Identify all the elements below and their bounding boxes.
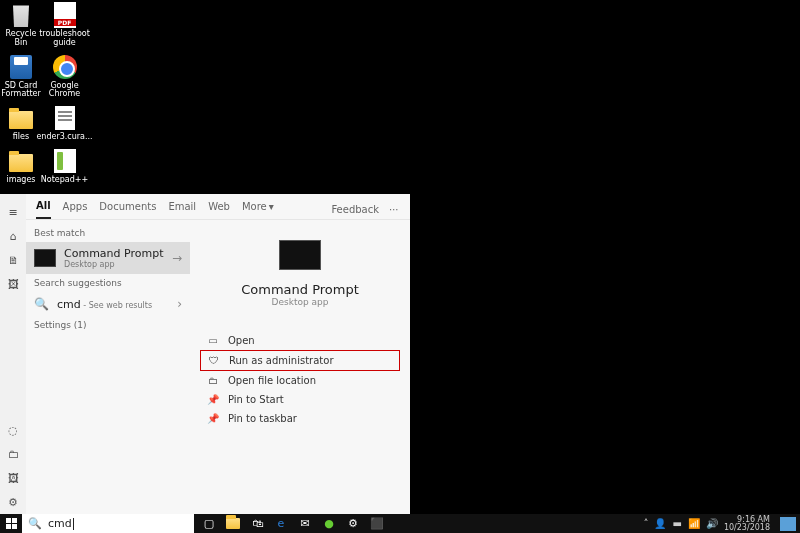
best-match-title: Command Prompt — [64, 247, 164, 260]
windows-logo-icon — [6, 518, 17, 529]
settings-icon[interactable]: ⚙ — [344, 515, 362, 533]
desktop-icon-label: Recycle Bin — [2, 30, 40, 48]
rail-pictures-icon[interactable]: 🖾 — [0, 272, 26, 296]
desktop-icon-label: images — [6, 176, 35, 185]
pdf-icon — [54, 2, 76, 28]
tray-network-icon[interactable]: 📶 — [688, 518, 700, 529]
tab-all[interactable]: All — [36, 200, 51, 219]
system-tray: ˄ 👤 ▬ 📶 🔊 9:16 AM 10/23/2018 — [643, 516, 800, 532]
taskbar-clock[interactable]: 9:16 AM 10/23/2018 — [724, 516, 770, 532]
desktop-icon-label: ender3.cura... — [36, 133, 92, 142]
mail-icon[interactable]: ✉ — [296, 515, 314, 533]
tab-documents[interactable]: Documents — [99, 201, 156, 218]
tab-web[interactable]: Web — [208, 201, 230, 218]
chevron-right-icon: › — [177, 297, 182, 311]
rail-home-icon[interactable]: ⌂ — [0, 224, 26, 248]
rail-folder-icon[interactable]: 🗀 — [0, 442, 26, 466]
file-icon — [55, 106, 75, 130]
tab-email[interactable]: Email — [168, 201, 196, 218]
search-text: cmd — [48, 517, 72, 530]
recycle-bin-icon — [11, 3, 31, 27]
action-center-icon[interactable] — [780, 517, 796, 531]
chevron-down-icon: ▾ — [269, 201, 274, 212]
text-cursor — [73, 518, 74, 530]
desktop-icon-ender[interactable]: ender3.cura... — [46, 105, 84, 142]
rail-pictures2-icon[interactable]: 🖼 — [0, 466, 26, 490]
action-pin-to-taskbar[interactable]: 📌 Pin to taskbar — [200, 409, 400, 428]
taskbar-apps: ▢ 🛍 e ✉ ● ⚙ ⬛ — [194, 515, 392, 533]
search-icon: 🔍 — [34, 297, 49, 311]
section-search-suggestions: Search suggestions — [26, 274, 190, 292]
start-search-panel: ≡ ⌂ 🗎 🖾 ◌ 🗀 🖼 ⚙ All Apps Documents Email… — [0, 194, 410, 514]
tray-volume-icon[interactable]: 🔊 — [706, 518, 718, 529]
app-green-icon[interactable]: ● — [320, 515, 338, 533]
teams-icon[interactable]: ⬛ — [368, 515, 386, 533]
task-view-icon[interactable]: ▢ — [200, 515, 218, 533]
desktop-icon-label: SD Card Formatter — [1, 82, 41, 100]
folder-icon — [9, 111, 33, 129]
web-suggestion-item[interactable]: 🔍 cmd - See web results › — [26, 292, 190, 316]
taskbar: 🔍 cmd ▢ 🛍 e ✉ ● ⚙ ⬛ ˄ 👤 ▬ 📶 🔊 9:16 AM 10… — [0, 514, 800, 533]
search-preview-pane: Command Prompt Desktop app ▭ Open 🛡 Run … — [190, 220, 410, 514]
clock-date: 10/23/2018 — [724, 524, 770, 532]
best-match-item[interactable]: Command Prompt Desktop app → — [26, 242, 190, 274]
preview-command-prompt-icon — [279, 240, 321, 270]
desktop-icon-chrome[interactable]: Google Chrome — [46, 54, 84, 100]
preview-title: Command Prompt — [200, 282, 400, 297]
action-open-file-location[interactable]: 🗀 Open file location — [200, 371, 400, 390]
arrow-right-icon: → — [172, 251, 182, 265]
pin-icon: 📌 — [206, 413, 220, 424]
store-icon[interactable]: 🛍 — [248, 515, 266, 533]
desktop-icon-images[interactable]: images — [2, 148, 40, 185]
taskbar-search-input[interactable]: 🔍 cmd — [22, 514, 194, 533]
desktop-icon-files[interactable]: files — [2, 105, 40, 142]
action-run-as-administrator[interactable]: 🛡 Run as administrator — [200, 350, 400, 371]
best-match-subtitle: Desktop app — [64, 260, 164, 269]
action-pin-to-start[interactable]: 📌 Pin to Start — [200, 390, 400, 409]
edge-icon[interactable]: e — [272, 515, 290, 533]
search-filter-tabs: All Apps Documents Email Web More▾ Feedb… — [26, 194, 410, 220]
desktop-icon-label: troubleshoot guide — [39, 30, 90, 48]
desktop-icon-label: Notepad++ — [41, 176, 88, 185]
shield-icon: 🛡 — [207, 355, 221, 366]
suggestion-hint: - See web results — [81, 301, 152, 310]
folder-icon — [9, 154, 33, 172]
tray-overflow-icon[interactable]: ˄ — [643, 518, 648, 529]
sd-card-icon — [10, 55, 32, 79]
search-results-list: Best match Command Prompt Desktop app → … — [26, 220, 190, 514]
file-explorer-icon[interactable] — [224, 515, 242, 533]
section-settings[interactable]: Settings (1) — [26, 316, 190, 334]
desktop-icon-troubleshoot[interactable]: troubleshoot guide — [46, 2, 84, 48]
tab-apps[interactable]: Apps — [63, 201, 88, 218]
preview-subtitle: Desktop app — [200, 297, 400, 307]
search-icon: 🔍 — [28, 517, 42, 530]
tab-more[interactable]: More▾ — [242, 201, 274, 218]
start-rail: ≡ ⌂ 🗎 🖾 ◌ 🗀 🖼 ⚙ — [0, 194, 26, 514]
command-prompt-icon — [34, 249, 56, 267]
start-button[interactable] — [0, 514, 22, 533]
more-options-icon[interactable]: ⋯ — [389, 204, 400, 215]
folder-open-icon: 🗀 — [206, 375, 220, 386]
desktop-icon-label: files — [13, 133, 29, 142]
pin-icon: 📌 — [206, 394, 220, 405]
rail-account-icon[interactable]: ◌ — [0, 418, 26, 442]
tray-people-icon[interactable]: 👤 — [654, 518, 666, 529]
tray-battery-icon[interactable]: ▬ — [672, 518, 681, 529]
section-best-match: Best match — [26, 224, 190, 242]
notepad-icon — [54, 149, 76, 173]
desktop: Recycle Bin troubleshoot guide SD Card F… — [2, 2, 86, 191]
action-open[interactable]: ▭ Open — [200, 331, 400, 350]
rail-settings-icon[interactable]: ⚙ — [0, 490, 26, 514]
suggestion-query: cmd — [57, 298, 81, 311]
feedback-link[interactable]: Feedback — [331, 204, 379, 215]
rail-documents-icon[interactable]: 🗎 — [0, 248, 26, 272]
desktop-icon-notepad[interactable]: Notepad++ — [46, 148, 84, 185]
desktop-icon-sd-card[interactable]: SD Card Formatter — [2, 54, 40, 100]
open-icon: ▭ — [206, 335, 220, 346]
desktop-icon-label: Google Chrome — [46, 82, 84, 100]
chrome-icon — [53, 55, 77, 79]
rail-expand-icon[interactable]: ≡ — [0, 200, 26, 224]
desktop-icon-recycle-bin[interactable]: Recycle Bin — [2, 2, 40, 48]
